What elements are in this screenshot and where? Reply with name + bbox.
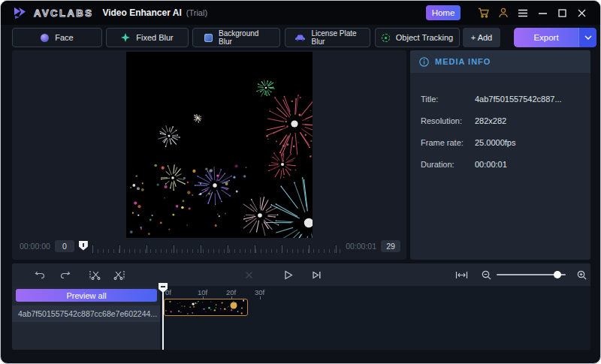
ruler-tick [260,296,261,299]
media-info-header: MEDIA INFO [410,50,590,73]
end-frame-box: 29 [381,240,400,252]
avclabs-logo-icon [13,6,28,20]
media-info-title: MEDIA INFO [435,57,491,66]
scrubber-ruler[interactable] [92,242,341,253]
play-button[interactable] [279,263,298,286]
close-icon[interactable] [572,5,591,21]
timeline-toolbar [12,263,590,286]
media-row-resolution: Resolution: 282x282 [421,110,580,131]
zoom-slider-knob[interactable] [554,271,561,278]
face-icon [41,34,49,42]
undo-button[interactable] [30,263,50,286]
preview-scrubber: 00:00:00 0 00:00:01 29 [20,238,400,254]
zoom-in-icon[interactable] [572,263,590,286]
media-row-duration: Duration: 00:00:01 [421,153,580,175]
redo-button[interactable] [56,263,75,286]
car-icon [294,34,306,41]
scrubber-playhead[interactable] [79,241,88,251]
clip-list-item[interactable]: 4ab7f501557542c887cc68e7e602244... [12,305,160,322]
cut-left-button[interactable] [85,263,104,286]
menu-icon[interactable] [513,5,533,21]
trial-badge: (Trial) [186,8,207,17]
export-button[interactable]: Export [514,28,596,47]
account-icon[interactable] [494,5,513,21]
timeline-playhead-line[interactable] [162,284,164,350]
duration-label: Duration: [421,160,475,169]
zoom-out-icon[interactable] [476,263,496,286]
start-frame-box: 0 [55,240,74,252]
clip-list-column: Preview all 4ab7f501557542c887cc68e7e602… [12,286,160,350]
minimize-icon[interactable] [533,5,552,21]
framerate-value: 25.0000fps [475,138,515,147]
cart-icon[interactable] [474,5,494,21]
diamond-icon [121,33,130,42]
license-plate-blur-button[interactable]: License Plate Blur [285,28,370,47]
preview-all-button[interactable]: Preview all [16,289,157,302]
fireworks-video-still [126,52,313,238]
resolution-value: 282x282 [475,116,506,125]
media-row-title: Title: 4ab7f501557542c887... [421,88,580,110]
timeline-zoom-slider[interactable] [497,274,566,275]
timeline-clip[interactable] [164,299,248,316]
title-bar: AVCLABS Video Enhancer AI (Trial) Home [1,1,600,25]
object-tracking-label: Object Tracking [396,33,453,42]
background-blur-button[interactable]: Background Blur [192,28,280,47]
ruler-label-10f: 10f [198,288,207,296]
tracking-icon [382,34,390,42]
square-blur-icon [204,34,213,42]
object-tracking-button[interactable]: Object Tracking [375,28,460,47]
add-button[interactable]: + Add [463,28,500,47]
export-label[interactable]: Export [514,28,578,47]
resolution-label: Resolution: [421,116,475,125]
media-info-panel: MEDIA INFO Title: 4ab7f501557542c887... … [410,50,590,260]
chevron-down-icon [584,35,592,40]
fixed-blur-button[interactable]: Fixed Blur [106,28,189,47]
app-window: AVCLABS Video Enhancer AI (Trial) Home [0,0,601,364]
brand-name: AVCLABS [34,8,93,19]
export-dropdown[interactable] [578,28,596,47]
cut-right-button[interactable] [110,263,129,286]
video-preview-panel: 00:00:00 0 00:00:01 29 [12,50,406,260]
start-time: 00:00:00 [20,242,50,251]
timeline-panel: Preview all 4ab7f501557542c887cc68e7e602… [12,263,590,350]
ruler-label-20f: 20f [226,288,236,296]
fit-timeline-button[interactable] [452,263,471,286]
next-frame-button[interactable] [307,263,326,286]
clip-thumbnail-strip [165,299,246,314]
framerate-label: Frame rate: [421,138,475,147]
end-time: 00:00:01 [346,242,376,251]
background-blur-label: Background Blur [219,29,268,46]
face-button[interactable]: Face [12,28,102,47]
title-value: 4ab7f501557542c887... [475,95,562,104]
video-frame [126,52,313,238]
ruler-label-30f: 30f [255,288,264,296]
fixed-blur-label: Fixed Blur [136,33,174,42]
duration-value: 00:00:01 [475,160,507,169]
media-row-framerate: Frame rate: 25.0000fps [421,131,580,153]
maximize-icon[interactable] [552,5,572,21]
license-plate-blur-label: License Plate Blur [312,29,361,46]
home-button[interactable]: Home [426,5,461,20]
face-label: Face [55,33,73,42]
title-label: Title: [421,95,475,104]
info-icon [419,57,429,67]
delete-clip-button-disabled[interactable] [239,263,258,286]
app-title: Video Enhancer AI [102,8,181,18]
